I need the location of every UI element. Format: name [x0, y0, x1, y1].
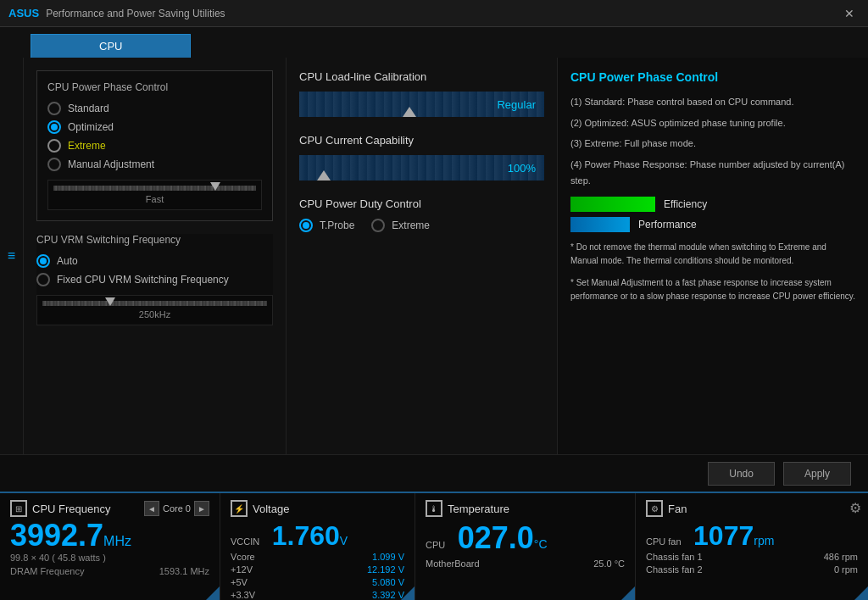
vccin-value-big: 1.760V — [272, 533, 348, 547]
middle-panel: CPU Load-line Calibration Regular CPU Cu… — [287, 58, 558, 454]
chassis-fan2-label: Chassis fan 2 — [646, 564, 703, 575]
corner-accent-3 — [621, 586, 635, 600]
current-capability-track: 100% — [299, 155, 544, 181]
current-capability-value: 100% — [508, 162, 536, 175]
load-line-section: CPU Load-line Calibration Regular — [299, 70, 544, 117]
corner-accent-1 — [206, 586, 220, 600]
desc-2: (2) Optimized: ASUS optimized phase tuni… — [570, 115, 855, 131]
power-phase-title: CPU Power Phase Control — [47, 81, 262, 93]
load-line-track: Regular — [299, 92, 544, 117]
temp-header: 🌡 Temperature — [426, 500, 625, 517]
corner-accent-2 — [401, 586, 415, 600]
voltage-header: ⚡ Voltage — [231, 500, 404, 517]
cpu-freq-sub: 99.8 × 40 ( 45.8 watts ) — [10, 553, 209, 563]
core-next-button[interactable]: ► — [194, 501, 209, 516]
current-capability-section: CPU Current Capability 100% — [299, 134, 544, 181]
desc-4: (4) Power Phase Response: Phase number a… — [570, 157, 855, 188]
radio-extreme-circle[interactable] — [47, 139, 61, 153]
radio-standard[interactable]: Standard — [47, 102, 262, 115]
radio-tprobe[interactable]: T.Probe — [299, 219, 354, 232]
radio-fixed[interactable]: Fixed CPU VRM Switching Frequency — [36, 273, 273, 286]
temp-icon: 🌡 — [426, 500, 442, 517]
v5-label: +5V — [231, 577, 248, 587]
cpu-fan-value: 1077 — [693, 520, 754, 551]
vccin-unit: V — [340, 534, 348, 547]
warning-2: * Set Manual Adjustment to a fast phase … — [570, 276, 855, 303]
cpu-freq-display: 3992.7MHz — [10, 520, 209, 551]
load-line-value: Regular — [497, 98, 536, 111]
right-panel: CPU Power Phase Control (1) Standard: Ph… — [558, 58, 868, 454]
core-prev-button[interactable]: ◄ — [144, 501, 159, 516]
vrm-freq-title: CPU VRM Switching Frequency — [36, 234, 273, 246]
radio-standard-label: Standard — [68, 103, 109, 114]
fan-icon: ⚙ — [646, 500, 663, 517]
radio-fixed-label: Fixed CPU VRM Switching Frequency — [57, 274, 229, 286]
vcore-row: Vcore 1.099 V — [231, 552, 404, 562]
current-capability-slider[interactable]: 100% — [299, 155, 544, 181]
v12-row: +12V 12.192 V — [231, 564, 404, 575]
vrm-label: 250kHz — [42, 309, 267, 319]
sidebar-arrow[interactable]: ≡ — [0, 58, 24, 454]
chassis-fan2-value: 0 rpm — [834, 564, 858, 575]
v12-label: +12V — [231, 564, 253, 575]
vrm-slider[interactable]: 250kHz — [36, 295, 273, 325]
radio-optimized[interactable]: Optimized — [47, 120, 262, 134]
radio-auto-circle[interactable] — [36, 254, 50, 268]
vccin-label: VCCIN — [231, 536, 259, 547]
radio-manual-circle[interactable] — [47, 158, 61, 171]
apply-button[interactable]: Apply — [783, 462, 851, 486]
radio-duty-extreme[interactable]: Extreme — [371, 219, 430, 232]
duty-control-options: T.Probe Extreme — [299, 219, 544, 237]
radio-duty-extreme-circle[interactable] — [371, 219, 385, 232]
cpu-temp-label: CPU — [426, 540, 445, 550]
radio-optimized-label: Optimized — [68, 121, 114, 133]
power-phase-slider[interactable]: Fast — [47, 180, 262, 210]
settings-gear-icon[interactable]: ⚙ — [849, 500, 861, 516]
radio-optimized-circle[interactable] — [47, 120, 61, 134]
core-label: Core 0 — [163, 503, 191, 514]
mb-temp-row: MotherBoard 25.0 °C — [426, 558, 625, 569]
radio-fixed-circle[interactable] — [36, 273, 50, 286]
corner-accent-4 — [854, 586, 868, 600]
radio-tprobe-label: T.Probe — [320, 219, 354, 231]
performance-label: Performance — [638, 219, 697, 231]
radio-auto-label: Auto — [57, 255, 78, 267]
voltage-icon: ⚡ — [231, 500, 248, 517]
tab-cpu[interactable]: CPU — [31, 34, 191, 58]
radio-tprobe-circle[interactable] — [299, 219, 313, 232]
mb-temp-value: 25.0 °C — [593, 558, 625, 569]
v12-value: 12.192 V — [367, 564, 404, 575]
vrm-thumb — [105, 297, 115, 306]
load-line-slider[interactable]: Regular — [299, 92, 544, 117]
dram-row: DRAM Frequency 1593.1 MHz — [10, 566, 209, 576]
power-phase-track — [53, 186, 256, 191]
cpu-fan-display: CPU fan 1077rpm — [646, 520, 858, 552]
cpu-temp-value: 027.0 — [458, 520, 534, 555]
cpu-freq-header: ⊞ CPU Frequency ◄ Core 0 ► — [10, 500, 209, 517]
right-panel-title: CPU Power Phase Control — [570, 70, 855, 84]
vccin-display: VCCIN 1.760V — [231, 520, 404, 552]
dram-label: DRAM Frequency — [10, 566, 84, 576]
legend-efficiency: Efficiency — [570, 197, 855, 212]
action-bar: Undo Apply — [0, 454, 868, 492]
left-panel: CPU Power Phase Control Standard Optimiz… — [24, 58, 287, 454]
warning-1: * Do not remove the thermal module when … — [570, 241, 855, 268]
legend-performance: Performance — [570, 217, 855, 232]
cpu-freq-title: CPU Frequency — [32, 503, 110, 515]
radio-extreme-label: Extreme — [68, 140, 106, 152]
radio-standard-circle[interactable] — [47, 102, 61, 115]
chassis-fan1-value: 486 rpm — [824, 552, 858, 562]
mb-temp-label: MotherBoard — [426, 558, 480, 569]
radio-extreme[interactable]: Extreme — [47, 139, 262, 153]
radio-manual[interactable]: Manual Adjustment — [47, 158, 262, 171]
chassis-fan1-label: Chassis fan 1 — [646, 552, 703, 562]
power-phase-label: Fast — [53, 194, 256, 204]
vccin-value: 1.760 — [272, 520, 340, 551]
cpu-temp-display: CPU 027.0°C — [426, 520, 625, 556]
v33-value: 3.392 V — [372, 590, 404, 600]
vcore-label: Vcore — [231, 552, 255, 562]
radio-duty-extreme-label: Extreme — [392, 219, 430, 231]
close-button[interactable]: ✕ — [839, 5, 860, 22]
radio-auto[interactable]: Auto — [36, 254, 273, 268]
undo-button[interactable]: Undo — [708, 462, 775, 486]
